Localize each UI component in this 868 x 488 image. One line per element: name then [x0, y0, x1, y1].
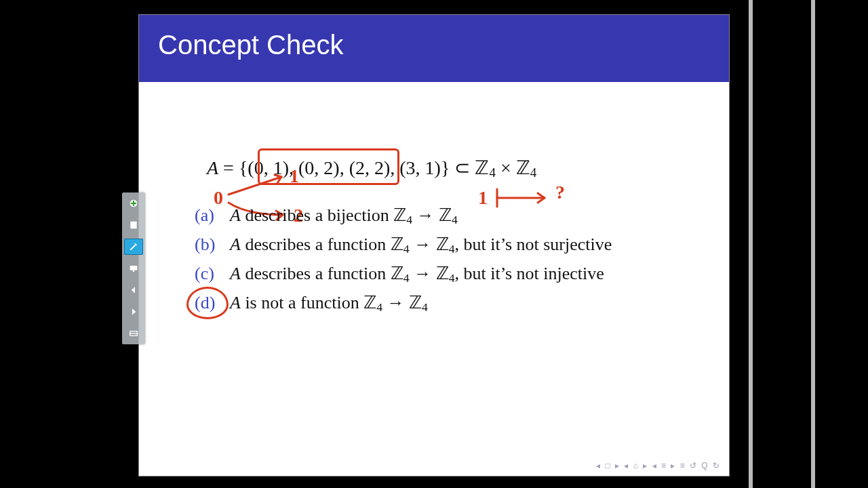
option-c: (c) A describes a function ℤ4 → ℤ4, but … [195, 262, 702, 287]
clear-slide-button[interactable] [124, 217, 143, 233]
fit-icon [127, 328, 140, 339]
option-label: (d) [195, 291, 230, 314]
option-label: (b) [195, 232, 230, 256]
stage: Concept Check 0 1 2 1 ? A = [0, 0, 868, 488]
option-body: A describes a function ℤ4 → ℤ4, but it’s… [230, 262, 604, 287]
decor-strip [749, 0, 753, 488]
svg-rect-2 [130, 266, 138, 270]
arrow-left-icon [127, 285, 140, 296]
option-label: (a) [195, 203, 230, 227]
hand-question: ? [555, 182, 565, 203]
option-body: A is not a function ℤ4 → ℤ4 [230, 291, 428, 316]
arrow-right-icon [127, 306, 140, 317]
nav-symbols-text: ◂ □ ▸ ◂ ⌂ ▸ ◂ ≡ ▸ ≡ ↺ Q ↻ [596, 461, 721, 470]
slide: Concept Check 0 1 2 1 ? A = [139, 15, 729, 476]
option-d: (d) A is not a function ℤ4 → ℤ4 [195, 291, 702, 316]
plus-icon [127, 198, 140, 209]
pointer-tool-button[interactable] [124, 260, 143, 277]
option-a: (a) A describes a bijection ℤ4 → ℤ4 [195, 203, 702, 228]
options-list: (a) A describes a bijection ℤ4 → ℤ4 (b) … [195, 203, 702, 316]
slide-content: 0 1 2 1 ? A = {(0, 1), (0, 2), (2, 2), (… [139, 157, 729, 316]
fit-screen-button[interactable] [124, 325, 143, 342]
page-icon [127, 220, 140, 230]
beamer-nav-symbols[interactable]: ◂ □ ▸ ◂ ⌂ ▸ ◂ ≡ ▸ ≡ ↺ Q ↻ [596, 461, 721, 470]
add-annotation-button[interactable] [124, 195, 143, 211]
set-definition-text: A = {(0, 1), (0, 2), (2, 2), (3, 1)} ⊂ ℤ… [207, 157, 536, 178]
pen-tool-button[interactable] [124, 239, 143, 255]
set-definition: A = {(0, 1), (0, 2), (2, 2), (3, 1)} ⊂ ℤ… [207, 157, 702, 180]
option-body: A describes a bijection ℤ4 → ℤ4 [230, 203, 458, 228]
option-body: A describes a function ℤ4 → ℤ4, but it’s… [230, 232, 612, 258]
annotation-toolbar [122, 192, 145, 344]
prev-slide-button[interactable] [124, 282, 143, 298]
next-slide-button[interactable] [124, 304, 143, 320]
option-label: (c) [195, 262, 230, 285]
decor-strip [811, 0, 815, 488]
screen-icon [127, 263, 140, 274]
option-b: (b) A describes a function ℤ4 → ℤ4, but … [195, 232, 702, 258]
svg-rect-1 [130, 222, 136, 229]
slide-title: Concept Check [139, 15, 729, 82]
pen-icon [127, 241, 140, 252]
